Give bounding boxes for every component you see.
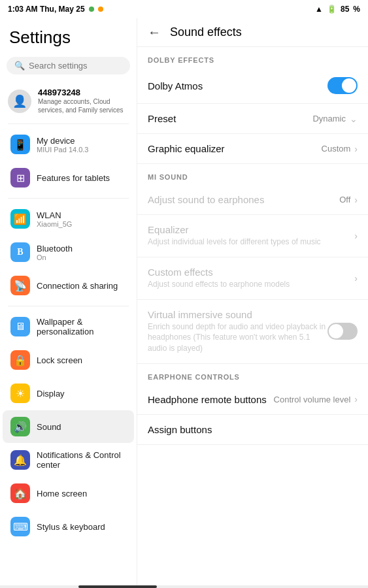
panel-header: ← Sound effects: [137, 18, 368, 47]
sidebar-item-label: Display: [37, 389, 65, 399]
features-icon: ⊞: [10, 168, 30, 188]
virtual-immersive-toggle[interactable]: [327, 323, 358, 340]
sidebar-item-label: Stylus & keyboard: [37, 522, 105, 532]
sidebar-item-wallpaper[interactable]: 🖥 Wallpaper & personalization: [3, 310, 134, 343]
keyboard-icon: ⌨: [10, 517, 30, 536]
row-subtitle-custom-effects: Adjust sound effects to earphone models: [148, 279, 354, 290]
panel-title: Sound effects: [170, 25, 242, 39]
section-label-mi-sound: MI SOUND: [137, 164, 368, 185]
section-label-earphone: EARPHONE CONTROLS: [137, 364, 368, 385]
account-id: 448973248: [38, 88, 129, 97]
row-assign-buttons[interactable]: Assign buttons: [137, 415, 368, 445]
sidebar-item-wlan[interactable]: 📶 WLAN Xiaomi_5G: [3, 203, 134, 235]
row-adjust-sound[interactable]: Adjust sound to earphones Off ›: [137, 185, 368, 215]
chevron-icon: ›: [354, 394, 358, 404]
row-equalizer[interactable]: Equalizer Adjust individual levels for d…: [137, 215, 368, 257]
right-panel: ← Sound effects DOLBY EFFECTS Dolby Atmo…: [137, 18, 368, 585]
sidebar-item-bluetooth[interactable]: B Bluetooth On: [3, 236, 134, 269]
sound-icon: 🔊: [10, 417, 30, 436]
sidebar-item-label: Lock screen: [37, 355, 82, 365]
chevron-icon: ›: [354, 144, 358, 154]
status-right: ▲ 🔋 85%: [315, 5, 360, 14]
wallpaper-icon: 🖥: [10, 317, 30, 336]
sidebar-item-label: Notifications & Control center: [37, 450, 126, 470]
row-title-equalizer-mi: Equalizer: [148, 224, 354, 235]
sidebar-item-label: WLAN: [37, 210, 72, 220]
avatar: 👤: [8, 90, 31, 113]
back-button[interactable]: ←: [148, 25, 161, 40]
connection-icon: 📡: [10, 276, 30, 295]
battery-icon: 🔋: [327, 5, 337, 14]
divider-2: [8, 198, 129, 199]
sidebar-item-display[interactable]: ☀ Display: [3, 377, 134, 410]
account-desc: Manage accounts, Cloud services, and Fam…: [38, 97, 129, 114]
bluetooth-icon: B: [10, 242, 30, 262]
display-icon: ☀: [10, 384, 30, 403]
divider-3: [8, 306, 129, 306]
row-subtitle-equalizer: Adjust individual levels for different t…: [148, 237, 354, 248]
sidebar-item-features-tablets[interactable]: ⊞ Features for tablets: [3, 161, 134, 194]
search-bar[interactable]: 🔍: [7, 57, 130, 74]
wifi-icon: ▲: [315, 5, 323, 14]
row-subtitle-virtual-immersive: Enrich sound depth for audio and video p…: [148, 321, 327, 354]
row-title-preset: Preset: [148, 113, 312, 124]
search-icon: 🔍: [14, 61, 25, 71]
row-dolby-atmos[interactable]: Dolby Atmos: [137, 68, 368, 104]
divider-1: [8, 123, 129, 124]
row-title-custom-effects: Custom effects: [148, 267, 354, 278]
sidebar-item-connection-sharing[interactable]: 📡 Connection & sharing: [3, 269, 134, 302]
row-title-virtual-immersive: Virtual immersive sound: [148, 309, 327, 320]
row-title-dolby-atmos: Dolby Atmos: [148, 80, 327, 91]
sidebar-item-home-screen[interactable]: 🏠 Home screen: [3, 477, 134, 510]
notifications-icon: 🔔: [10, 450, 30, 470]
main-container: Settings 🔍 👤 448973248 Manage accounts, …: [0, 18, 368, 585]
battery-level: 85: [341, 5, 349, 14]
sidebar-item-sub: On: [37, 253, 73, 261]
sidebar-item-label: Features for tablets: [37, 173, 110, 183]
sidebar-account[interactable]: 👤 448973248 Manage accounts, Cloud servi…: [0, 82, 137, 120]
scroll-indicator: [78, 585, 157, 588]
sidebar-item-lock-screen[interactable]: 🔒 Lock screen: [3, 344, 134, 376]
sidebar-item-notifications[interactable]: 🔔 Notifications & Control center: [3, 444, 134, 476]
bottom-bar: [0, 585, 368, 588]
home-icon: 🏠: [10, 483, 30, 503]
row-title-adjust-sound: Adjust sound to earphones: [148, 194, 339, 205]
dolby-atmos-toggle[interactable]: [327, 77, 358, 94]
row-custom-effects[interactable]: Custom effects Adjust sound effects to e…: [137, 257, 368, 300]
row-title-equalizer: Graphic equalizer: [148, 143, 322, 154]
dot-orange: [98, 7, 103, 12]
preset-value: Dynamic: [312, 114, 346, 123]
sidebar-item-label: My device: [37, 136, 89, 146]
account-info: 448973248 Manage accounts, Cloud service…: [38, 88, 129, 114]
chevron-icon: ⌄: [350, 114, 358, 124]
equalizer-value: Custom: [322, 144, 351, 154]
adjust-sound-value: Off: [339, 195, 350, 204]
lock-icon: 🔒: [10, 350, 30, 370]
sidebar-item-label: Wallpaper & personalization: [37, 317, 126, 336]
chevron-icon: ›: [354, 195, 358, 205]
status-left: 1:03 AM Thu, May 25: [8, 5, 103, 14]
row-graphic-equalizer[interactable]: Graphic equalizer Custom ›: [137, 134, 368, 164]
chevron-icon: ›: [354, 273, 358, 284]
dot-green: [89, 7, 94, 12]
row-headphone-remote[interactable]: Headphone remote buttons Control volume …: [137, 385, 368, 415]
sidebar-item-sound[interactable]: 🔊 Sound: [3, 410, 134, 443]
chevron-icon: ›: [354, 231, 358, 241]
sidebar-item-label: Sound: [37, 422, 61, 432]
sidebar-item-my-device[interactable]: 📱 My device MIUI Pad 14.0.3: [3, 128, 134, 161]
section-label-dolby: DOLBY EFFECTS: [137, 47, 368, 68]
row-virtual-immersive[interactable]: Virtual immersive sound Enrich sound dep…: [137, 300, 368, 364]
row-preset[interactable]: Preset Dynamic ⌄: [137, 104, 368, 134]
sidebar: Settings 🔍 👤 448973248 Manage accounts, …: [0, 18, 137, 585]
sidebar-item-stylus-keyboard[interactable]: ⌨ Stylus & keyboard: [3, 510, 134, 543]
sidebar-item-sub: MIUI Pad 14.0.3: [37, 146, 89, 154]
search-input[interactable]: [29, 61, 122, 71]
row-title-assign-buttons: Assign buttons: [148, 424, 358, 435]
sidebar-item-label: Connection & sharing: [37, 281, 118, 291]
headphone-value: Control volume level: [274, 395, 351, 404]
sidebar-item-label: Home screen: [37, 489, 87, 498]
sidebar-item-label: Bluetooth: [37, 244, 73, 253]
sidebar-item-sub: Xiaomi_5G: [37, 220, 72, 228]
row-title-headphone-remote: Headphone remote buttons: [148, 394, 274, 405]
sidebar-title: Settings: [0, 18, 137, 54]
